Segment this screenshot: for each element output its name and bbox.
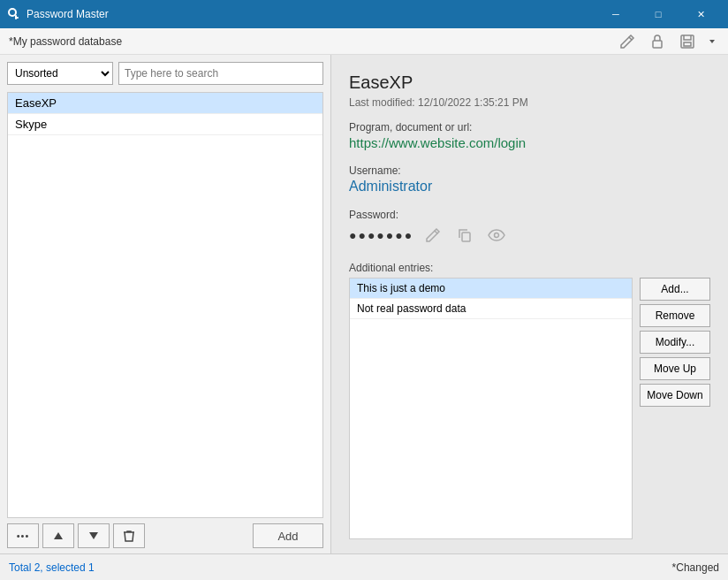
additional-content: This is just a demo Not real password da…	[349, 278, 710, 539]
lock-button[interactable]	[643, 30, 671, 53]
move-down-additional-button[interactable]: Move Down	[640, 384, 710, 407]
list-item[interactable]: EaseXP	[8, 93, 322, 114]
password-row: ●●●●●●●	[349, 223, 710, 248]
status-bar: Total 2, selected 1 *Changed	[0, 553, 728, 580]
username-value: Administrator	[349, 179, 710, 195]
left-panel: Unsorted Name Date EaseXP Skype •••	[0, 55, 331, 553]
url-label: Program, document or url:	[349, 121, 710, 134]
window-title: Password Master	[27, 8, 595, 20]
main-area: Unsorted Name Date EaseXP Skype •••	[0, 55, 728, 553]
view-password-button[interactable]	[484, 223, 509, 248]
move-up-additional-button[interactable]: Move Up	[640, 357, 710, 380]
additional-label: Additional entries:	[349, 262, 710, 274]
remove-additional-button[interactable]: Remove	[640, 304, 710, 327]
password-dots: ●●●●●●●	[349, 228, 413, 242]
edit-button[interactable]	[613, 30, 641, 53]
window-controls: ─ □ ✕	[595, 0, 721, 28]
svg-point-0	[9, 9, 16, 16]
menu-bar: *My password database	[0, 28, 728, 55]
modify-additional-button[interactable]: Modify...	[640, 331, 710, 354]
minimize-button[interactable]: ─	[595, 0, 636, 28]
svg-rect-3	[653, 41, 662, 48]
additional-item[interactable]: Not real password data	[350, 299, 632, 319]
entry-title: EaseXP	[349, 72, 710, 93]
maximize-button[interactable]: □	[638, 0, 679, 28]
menu-actions	[613, 30, 721, 53]
status-changed: *Changed	[672, 561, 719, 574]
database-title: *My password database	[7, 35, 610, 48]
more-options-button[interactable]: •••	[7, 523, 39, 548]
svg-rect-2	[15, 17, 19, 19]
svg-rect-6	[462, 233, 470, 241]
entry-list: EaseXP Skype	[7, 92, 323, 518]
save-button[interactable]	[673, 30, 701, 53]
left-toolbar: Unsorted Name Date	[0, 55, 330, 92]
username-label: Username:	[349, 164, 710, 177]
additional-list: This is just a demo Not real password da…	[349, 278, 633, 539]
search-input[interactable]	[118, 62, 323, 85]
add-additional-button[interactable]: Add...	[640, 278, 710, 301]
move-down-button[interactable]	[78, 523, 110, 548]
edit-password-button[interactable]	[421, 223, 445, 248]
additional-section: Additional entries: This is just a demo …	[349, 262, 710, 539]
svg-rect-5	[684, 42, 691, 46]
app-icon	[7, 7, 21, 21]
move-up-button[interactable]	[42, 523, 74, 548]
url-value[interactable]: https://www.website.com/login	[349, 135, 710, 150]
sort-select[interactable]: Unsorted Name Date	[7, 62, 113, 85]
right-panel: EaseXP Last modified: 12/10/2022 1:35:21…	[331, 55, 728, 553]
delete-button[interactable]	[113, 523, 145, 548]
svg-point-7	[495, 233, 499, 238]
title-bar: Password Master ─ □ ✕	[0, 0, 728, 28]
copy-password-button[interactable]	[452, 223, 477, 248]
password-label: Password:	[349, 209, 710, 221]
status-total: Total 2, selected 1	[9, 561, 95, 574]
dropdown-button[interactable]	[703, 30, 721, 53]
add-entry-button[interactable]: Add	[253, 523, 323, 548]
close-button[interactable]: ✕	[680, 0, 721, 28]
bottom-toolbar: ••• Add	[0, 518, 330, 553]
last-modified: Last modified: 12/10/2022 1:35:21 PM	[349, 96, 710, 109]
additional-item[interactable]: This is just a demo	[350, 279, 632, 299]
list-item[interactable]: Skype	[8, 114, 322, 135]
additional-buttons: Add... Remove Modify... Move Up Move Dow…	[640, 278, 710, 539]
